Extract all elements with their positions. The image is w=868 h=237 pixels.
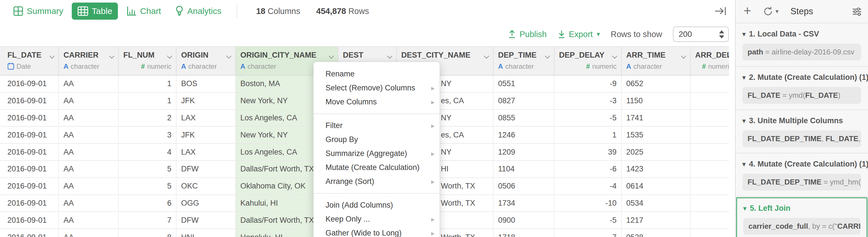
cell-arr_delay	[690, 93, 729, 110]
tab-label: Chart	[140, 6, 161, 16]
step-summary-pill: carrier_code_full, by = c("CARRIE…	[743, 218, 860, 235]
menu-item-summarize-aggregate[interactable]: Summarize (Aggregate)▸	[314, 147, 440, 161]
column-header-carrier[interactable]: CARRIERAcharacter	[59, 47, 119, 75]
collapse-panel-icon[interactable]	[714, 6, 727, 17]
column-type: #numeric	[559, 62, 617, 71]
cell-arr_delay	[690, 127, 729, 144]
step-summary-pill: FL_DATE_DEP_TIME, FL_DATE, D…	[742, 130, 861, 147]
cell-arr_delay	[690, 161, 729, 178]
cell-fl_num: 1	[119, 93, 177, 110]
cell-dep_delay: -4	[554, 178, 622, 195]
cell-dep_time: 1734	[494, 195, 554, 212]
cell-arr_time: 0652	[622, 76, 690, 93]
column-header-dep_time[interactable]: DEP_TIMEAcharacter	[494, 47, 554, 75]
cell-dep_delay: 1	[554, 127, 622, 144]
submenu-arrow-icon: ▸	[431, 81, 435, 95]
cell-origin: DFW	[177, 212, 236, 229]
menu-item-filter[interactable]: Filter▸	[314, 119, 440, 133]
steps-panel-header: + ▾ Steps	[736, 0, 868, 23]
add-step-button[interactable]: +	[744, 4, 751, 17]
cell-fl_date: 2016-09-01	[3, 144, 59, 161]
step-4: ▾4. Mutate (Create Calculation) (1)FL_DA…	[736, 153, 868, 197]
column-header-arr_time[interactable]: ARR_TIMEAcharacter	[622, 47, 690, 75]
step-pill-segment: carrier_code_full	[748, 222, 808, 231]
dataset-stats: 18 Columns 454,878 Rows	[256, 6, 369, 16]
cell-carrier: AA	[59, 127, 119, 144]
menu-item-move-columns[interactable]: Move Columns▸	[314, 95, 440, 109]
step-header[interactable]: ▾5. Left Join	[743, 204, 860, 213]
menu-item-rename[interactable]: Rename	[314, 67, 440, 81]
column-type-label: character	[71, 62, 99, 71]
cell-arr_delay	[690, 144, 729, 161]
menu-item-arrange-sort[interactable]: Arrange (Sort)▸	[314, 175, 440, 188]
step-collapse-caret-icon: ▾	[742, 161, 746, 168]
step-header[interactable]: ▾1. Local Data - CSV	[742, 30, 861, 38]
submenu-arrow-icon: ▸	[431, 212, 435, 226]
tab-chart[interactable]: Chart	[121, 3, 166, 20]
view-tab-bar: SummaryTableChartAnalytics 18 Columns 45…	[0, 0, 735, 22]
export-button[interactable]: Export ▾	[558, 30, 600, 39]
menu-item-label: Gather (Wide to Long)	[326, 229, 402, 237]
step-collapse-caret-icon: ▾	[743, 205, 746, 212]
export-label: Export	[569, 30, 593, 39]
step-header[interactable]: ▾4. Mutate (Create Calculation) (1)	[742, 160, 861, 168]
menu-item-select-remove-columns[interactable]: Select (Remove) Columns▸	[314, 81, 440, 95]
menu-item-mutate-create-calculation[interactable]: Mutate (Create Calculation)	[314, 161, 440, 175]
cell-origin: OKC	[177, 178, 236, 195]
cell-dep_delay: -10	[554, 195, 622, 212]
publish-button[interactable]: Publish	[508, 30, 547, 39]
tab-table[interactable]: Table	[72, 3, 118, 20]
step-pill-segment: = ymd_hm(	[822, 178, 861, 186]
stepper-arrows-icon[interactable]	[719, 27, 724, 41]
step-title-label: 1. Local Data - CSV	[749, 30, 819, 38]
step-pill-segment: path	[748, 48, 763, 56]
menu-item-label: Rename	[326, 70, 354, 78]
cell-carrier: AA	[59, 93, 119, 110]
column-type-label: character	[633, 62, 662, 71]
cell-arr_time: 1741	[622, 110, 690, 127]
step-header[interactable]: ▾2. Mutate (Create Calculation) (1)	[742, 73, 861, 82]
menu-item-label: Move Columns	[326, 98, 377, 106]
menu-item-keep-only[interactable]: Keep Only ...▸	[314, 212, 440, 226]
table-toolbar: Publish Export ▾ Rows to show 200	[0, 22, 735, 46]
table-left-gutter	[0, 47, 3, 75]
column-header-fl_date[interactable]: FL_DATEDate	[3, 47, 59, 75]
column-name: DEST	[343, 51, 392, 60]
export-caret-icon: ▾	[597, 30, 600, 38]
row-gutter	[0, 195, 3, 212]
cell-fl_date: 2016-09-01	[3, 229, 59, 237]
step-pill-segment: = airline-delay-2016-09.csv	[763, 48, 854, 56]
rows-to-show-stepper[interactable]: 200	[673, 27, 729, 42]
menu-divider	[314, 193, 440, 194]
step-pill-segment: FL_DATE	[748, 91, 780, 100]
column-header-arr_delay[interactable]: ARR_DELAY#numeric	[690, 47, 729, 75]
cell-carrier: AA	[59, 110, 119, 127]
menu-item-group-by[interactable]: Group By	[314, 133, 440, 147]
row-gutter	[0, 178, 3, 195]
column-header-dep_delay[interactable]: DEP_DELAY#numeric	[554, 47, 622, 75]
publish-label: Publish	[520, 30, 547, 39]
column-header-fl_num[interactable]: FL_NUM#numeric	[119, 47, 177, 75]
tab-summary[interactable]: Summary	[7, 3, 69, 20]
step-collapse-caret-icon: ▾	[742, 74, 746, 81]
settings-sliders-icon[interactable]	[851, 6, 862, 18]
menu-item-join-add-columns[interactable]: Join (Add Columns)	[314, 198, 440, 212]
refresh-button[interactable]: ▾	[763, 6, 779, 17]
cell-carrier: AA	[59, 229, 119, 237]
column-name: DEST_CITY_NAME	[401, 51, 488, 60]
column-header-origin[interactable]: ORIGINAcharacter	[177, 47, 236, 75]
cell-arr_time: 0534	[622, 195, 690, 212]
menu-item-gather-wide-to-long[interactable]: Gather (Wide to Long)▸	[314, 226, 440, 237]
tab-analytics[interactable]: Analytics	[169, 3, 227, 20]
column-type-label: character	[247, 62, 276, 71]
cell-arr_delay	[690, 76, 729, 93]
cell-dep_time: 0855	[494, 110, 554, 127]
table-grid-icon	[78, 6, 88, 16]
cell-dep_time: 1209	[494, 144, 554, 161]
cell-dep_time: 1718	[494, 229, 554, 237]
step-header[interactable]: ▾3. Unite Multiple Columns	[742, 116, 861, 125]
cell-fl_num: 2	[119, 110, 177, 127]
cell-arr_time: 0614	[622, 178, 690, 195]
cell-fl_date: 2016-09-01	[3, 93, 59, 110]
column-context-menu: RenameSelect (Remove) Columns▸Move Colum…	[313, 61, 440, 237]
